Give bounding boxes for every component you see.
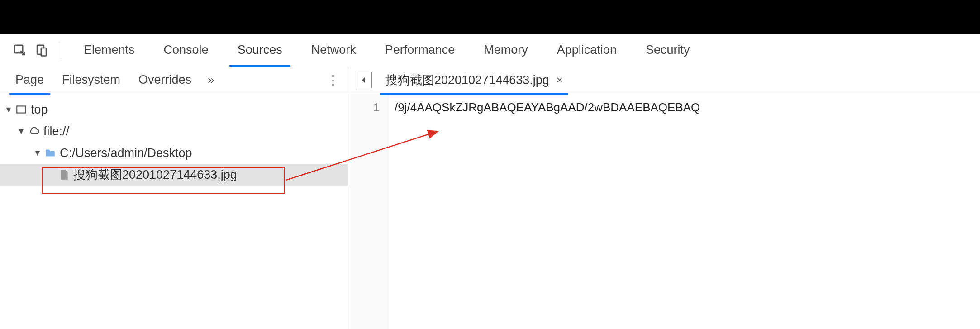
nav-tab-page[interactable]: Page [6,66,53,94]
device-toggle-icon[interactable] [31,39,52,61]
editor-tabs: 搜狗截图20201027144633.jpg × [348,66,980,94]
tree-label: top [31,103,48,117]
overflow-icon[interactable]: » [200,73,221,87]
navigator-tabs: Page Filesystem Overrides » ⋮ [0,66,348,94]
tab-sources[interactable]: Sources [223,34,297,66]
expand-toggle-icon[interactable]: ▼ [33,148,43,158]
frame-icon [15,104,27,115]
tree-item-file-protocol[interactable]: ▼ file:// [0,120,348,142]
tree-item-top[interactable]: ▼ top [0,99,348,120]
previous-tab-button[interactable] [356,72,372,88]
nav-tab-filesystem[interactable]: Filesystem [53,66,129,94]
svg-rect-3 [17,106,26,113]
code-area: 1 /9j/4AAQSkZJRgABAQEAYABgAAD/2wBDAAEBAQ… [348,94,980,329]
line-number: 1 [348,100,380,114]
devtools-main-tabs: Elements Console Sources Network Perform… [0,34,980,66]
tree-item-folder[interactable]: ▼ C:/Users/admin/Desktop [0,142,348,164]
file-icon [58,169,70,181]
editor-panel: 搜狗截图20201027144633.jpg × 1 /9j/4AAQSkZJR… [348,66,980,329]
more-vertical-icon[interactable]: ⋮ [326,72,339,88]
tab-performance[interactable]: Performance [371,34,470,66]
tree-label: file:// [43,124,69,138]
code-line: /9j/4AAQSkZJRgABAQEAYABgAAD/2wBDAAEBAQEB… [395,100,980,114]
browser-top-bar [0,0,980,34]
tab-network[interactable]: Network [297,34,371,66]
tree-item-file-selected[interactable]: 搜狗截图20201027144633.jpg [0,164,348,186]
expand-toggle-icon[interactable]: ▼ [17,127,26,136]
file-tree: ▼ top ▼ file:// ▼ C:/Users/admin/Desktop [0,94,348,190]
divider [61,42,61,58]
editor-tab-label: 搜狗截图20201027144633.jpg [385,72,549,88]
expand-toggle-icon[interactable]: ▼ [5,105,14,114]
content-area: Page Filesystem Overrides » ⋮ ▼ top ▼ fi… [0,66,980,329]
inspect-icon[interactable] [9,39,31,61]
tab-memory[interactable]: Memory [469,34,542,66]
tab-console[interactable]: Console [149,34,223,66]
navigator-panel: Page Filesystem Overrides » ⋮ ▼ top ▼ fi… [0,66,348,329]
tree-label: C:/Users/admin/Desktop [60,146,192,160]
folder-icon [44,147,56,159]
tab-security[interactable]: Security [631,34,704,66]
editor-tab-active[interactable]: 搜狗截图20201027144633.jpg × [380,66,568,94]
nav-tab-overrides[interactable]: Overrides [129,66,200,94]
tree-label: 搜狗截图20201027144633.jpg [73,167,237,183]
line-number-gutter: 1 [348,94,388,329]
close-icon[interactable]: × [557,74,563,86]
tab-application[interactable]: Application [542,34,631,66]
cloud-icon [28,125,40,137]
svg-rect-2 [41,48,46,56]
tab-elements[interactable]: Elements [69,34,149,66]
code-content[interactable]: /9j/4AAQSkZJRgABAQEAYABgAAD/2wBDAAEBAQEB… [388,94,980,329]
